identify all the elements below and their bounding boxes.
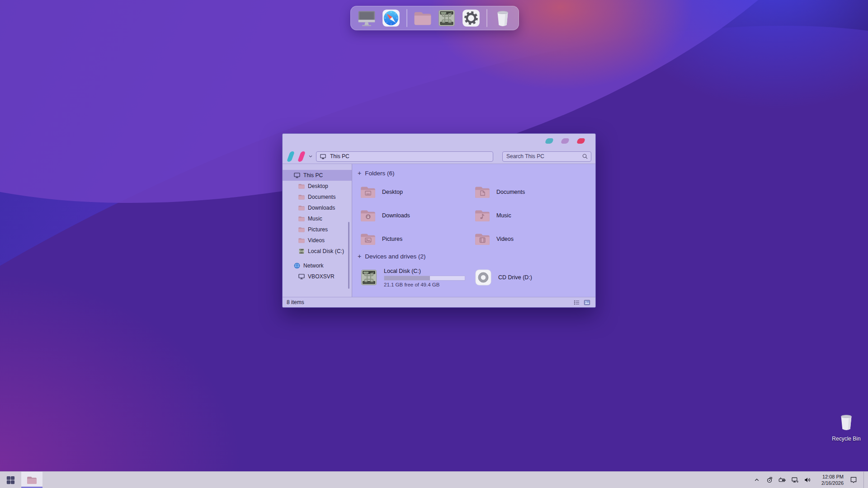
tile-label: Local Disk (C:) <box>384 268 465 274</box>
file-tile-desktop[interactable]: Desktop <box>359 180 474 204</box>
action-center-icon[interactable] <box>849 476 858 484</box>
sidebar-item-vboxsvr[interactable]: VBOXSVR <box>283 271 352 282</box>
titlebar[interactable] <box>283 134 595 149</box>
search-input[interactable] <box>506 153 582 160</box>
file-tile-downloads[interactable]: Downloads <box>359 204 474 227</box>
chevron-up-icon[interactable] <box>753 476 761 484</box>
close-button[interactable] <box>576 138 585 144</box>
sidebar-item-this-pc[interactable]: This PC <box>283 170 352 181</box>
sidebar-item-label: Music <box>308 216 322 222</box>
details-view-icon[interactable] <box>573 299 580 306</box>
forward-button[interactable] <box>297 151 306 162</box>
group-header-devices-and-drives-2[interactable]: +Devices and drives (2) <box>358 253 595 260</box>
sidebar-item-label: Pictures <box>308 226 328 233</box>
tile-label: Videos <box>496 236 514 242</box>
address-bar[interactable]: This PC <box>316 151 493 162</box>
group-header-folders-6[interactable]: +Folders (6) <box>358 169 595 177</box>
sidebar-item-local-disk-c[interactable]: Local Disk (C:) <box>283 246 352 257</box>
tile-label: Desktop <box>382 189 403 195</box>
network-icon <box>293 262 301 269</box>
collapse-toggle-icon[interactable]: + <box>358 169 361 177</box>
show-desktop-button[interactable] <box>863 472 867 488</box>
folder-pictures-icon <box>359 230 377 248</box>
dock-item-hard-disk[interactable] <box>436 8 457 28</box>
address-text: This PC <box>330 153 349 160</box>
folder-icon <box>298 215 305 222</box>
file-tile-music[interactable]: Music <box>474 204 588 227</box>
file-list-pane: +Folders (6)DesktopDocumentsDownloadsMus… <box>352 164 595 297</box>
sidebar-item-documents[interactable]: Documents <box>283 192 352 202</box>
sidebar-item-downloads[interactable]: Downloads <box>283 202 352 213</box>
back-button[interactable] <box>287 151 295 162</box>
folder-icon <box>298 204 305 211</box>
tray-status-icon[interactable] <box>765 476 774 484</box>
dock-item-trash[interactable] <box>492 8 513 28</box>
folder-videos-icon <box>474 230 491 248</box>
sidebar-item-label: This PC <box>303 172 323 178</box>
monitor-icon <box>293 172 301 179</box>
tile-label: Documents <box>496 189 525 195</box>
clock-date: 2/16/2026 <box>817 480 844 486</box>
maximize-button[interactable] <box>561 138 570 144</box>
capacity-bar <box>384 276 465 281</box>
sidebar-item-desktop[interactable]: Desktop <box>283 181 352 192</box>
drive-mini-icon <box>298 248 305 255</box>
sidebar-scrollbar[interactable] <box>348 222 349 289</box>
dock-separator <box>486 9 487 27</box>
sidebar-item-label: Local Disk (C:) <box>308 248 344 254</box>
windows-logo-icon <box>5 475 16 485</box>
dock-item-files[interactable] <box>412 8 433 28</box>
collapse-toggle-icon[interactable]: + <box>358 253 361 260</box>
monitor-icon <box>320 153 326 160</box>
file-tile-pictures[interactable]: Pictures <box>359 227 474 251</box>
dock-item-this-pc[interactable] <box>356 8 377 28</box>
sidebar-item-label: VBOXSVR <box>308 273 335 280</box>
imac-icon <box>357 8 377 28</box>
group-title: Folders (6) <box>365 170 394 177</box>
folder-documents-icon <box>474 183 491 201</box>
file-tile-videos[interactable]: Videos <box>474 227 588 251</box>
dock-item-safari[interactable] <box>381 8 401 28</box>
safari-icon <box>381 8 401 28</box>
file-tile-cd-drive-d[interactable]: CD Drive (D:) <box>474 263 588 291</box>
minimize-button[interactable] <box>545 138 554 144</box>
window-controls <box>546 138 585 144</box>
taskbar-spacer <box>42 472 753 488</box>
start-button[interactable] <box>0 472 21 488</box>
sidebar-item-music[interactable]: Music <box>283 213 352 224</box>
recycle-bin-desktop-icon[interactable]: Recycle Bin <box>828 411 864 442</box>
folder-icon <box>413 8 433 28</box>
dock-item-settings[interactable] <box>461 8 481 28</box>
icons-view-icon[interactable] <box>584 299 590 306</box>
sidebar-item-pictures[interactable]: Pictures <box>283 224 352 235</box>
capacity-text: 21.1 GB free of 49.4 GB <box>384 282 465 287</box>
harddrive-icon <box>437 8 457 28</box>
history-chevron-icon[interactable] <box>308 154 313 159</box>
sidebar-item-label: Documents <box>308 194 336 200</box>
tile-label: Pictures <box>382 236 402 242</box>
file-tile-documents[interactable]: Documents <box>474 180 588 204</box>
window-body: This PCDesktopDocumentsDownloadsMusicPic… <box>283 164 595 297</box>
taskbar-file-explorer-button[interactable] <box>21 472 42 488</box>
sidebar-item-label: Network <box>303 263 324 269</box>
dock-separator <box>406 9 407 27</box>
explorer-window: This PC This PCDesktopDocumentsDownloads… <box>282 133 596 308</box>
view-toggles <box>573 299 590 306</box>
volume-icon[interactable] <box>803 476 811 484</box>
folder-icon <box>26 474 38 486</box>
group-title: Devices and drives (2) <box>365 253 425 260</box>
sidebar-item-videos[interactable]: Videos <box>283 235 352 246</box>
battery-icon[interactable] <box>778 476 786 484</box>
file-tile-local-disk-c[interactable]: Local Disk (C:)21.1 GB free of 49.4 GB <box>359 263 474 291</box>
trash-icon <box>493 8 513 28</box>
clock-time: 12:08 PM <box>817 474 844 480</box>
folder-icon <box>298 226 305 233</box>
sidebar-item-label: Desktop <box>308 183 328 189</box>
search-box[interactable] <box>502 151 591 162</box>
gear-icon <box>461 8 481 28</box>
sidebar: This PCDesktopDocumentsDownloadsMusicPic… <box>283 164 352 297</box>
tile-label: Music <box>496 212 511 219</box>
taskbar-clock[interactable]: 12:08 PM 2/16/2026 <box>817 474 844 487</box>
sidebar-item-network[interactable]: Network <box>283 260 352 271</box>
ethernet-icon[interactable] <box>791 476 799 484</box>
